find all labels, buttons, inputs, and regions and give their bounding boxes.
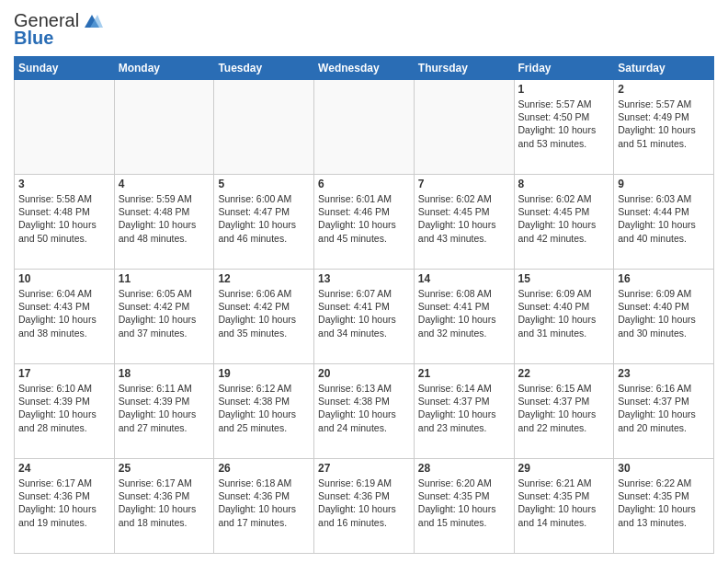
calendar-cell: 24Sunrise: 6:17 AMSunset: 4:36 PMDayligh…: [15, 459, 115, 554]
day-info: Sunrise: 5:58 AMSunset: 4:48 PMDaylight:…: [18, 192, 110, 245]
day-number: 15: [518, 272, 610, 285]
day-number: 13: [318, 272, 410, 285]
day-number: 2: [618, 83, 710, 96]
calendar-cell: 7Sunrise: 6:02 AMSunset: 4:45 PMDaylight…: [414, 175, 514, 270]
day-number: 28: [418, 462, 510, 475]
logo-blue-text: Blue: [14, 28, 53, 49]
calendar-cell: 4Sunrise: 5:59 AMSunset: 4:48 PMDaylight…: [114, 175, 214, 270]
calendar-cell: 12Sunrise: 6:06 AMSunset: 4:42 PMDayligh…: [214, 270, 314, 364]
weekday-header-wednesday: Wednesday: [314, 57, 415, 80]
calendar-cell: 18Sunrise: 6:11 AMSunset: 4:39 PMDayligh…: [114, 364, 214, 459]
calendar-cell: 29Sunrise: 6:21 AMSunset: 4:35 PMDayligh…: [514, 459, 614, 554]
calendar-cell: 17Sunrise: 6:10 AMSunset: 4:39 PMDayligh…: [15, 364, 115, 459]
day-info: Sunrise: 6:17 AMSunset: 4:36 PMDaylight:…: [18, 477, 110, 529]
day-info: Sunrise: 6:04 AMSunset: 4:43 PMDaylight:…: [18, 287, 110, 339]
day-info: Sunrise: 5:57 AMSunset: 4:49 PMDaylight:…: [618, 98, 710, 150]
day-number: 20: [318, 367, 410, 380]
day-info: Sunrise: 6:05 AMSunset: 4:42 PMDaylight:…: [119, 287, 210, 339]
day-info: Sunrise: 6:22 AMSunset: 4:35 PMDaylight:…: [618, 477, 710, 529]
day-number: 24: [18, 462, 110, 475]
day-number: 23: [618, 367, 710, 380]
weekday-header-tuesday: Tuesday: [214, 57, 314, 80]
day-number: 9: [618, 178, 710, 190]
week-row-5: 24Sunrise: 6:17 AMSunset: 4:36 PMDayligh…: [15, 459, 714, 554]
calendar-cell: 10Sunrise: 6:04 AMSunset: 4:43 PMDayligh…: [15, 270, 115, 364]
day-number: 21: [418, 367, 510, 380]
week-row-3: 10Sunrise: 6:04 AMSunset: 4:43 PMDayligh…: [15, 270, 714, 364]
week-row-2: 3Sunrise: 5:58 AMSunset: 4:48 PMDaylight…: [15, 175, 714, 270]
calendar-cell: [314, 80, 415, 175]
calendar-table: SundayMondayTuesdayWednesdayThursdayFrid…: [14, 56, 714, 554]
day-number: 6: [318, 178, 410, 190]
day-info: Sunrise: 6:13 AMSunset: 4:38 PMDaylight:…: [318, 382, 410, 434]
day-info: Sunrise: 6:18 AMSunset: 4:36 PMDaylight:…: [218, 477, 310, 529]
day-number: 11: [119, 272, 210, 285]
day-number: 10: [18, 272, 110, 285]
calendar-cell: 21Sunrise: 6:14 AMSunset: 4:37 PMDayligh…: [414, 364, 514, 459]
calendar-cell: 28Sunrise: 6:20 AMSunset: 4:35 PMDayligh…: [414, 459, 514, 554]
day-number: 17: [18, 367, 110, 380]
calendar-cell: 9Sunrise: 6:03 AMSunset: 4:44 PMDaylight…: [614, 175, 714, 270]
day-info: Sunrise: 6:20 AMSunset: 4:35 PMDaylight:…: [418, 477, 510, 529]
day-number: 25: [119, 462, 210, 475]
calendar-cell: 8Sunrise: 6:02 AMSunset: 4:45 PMDaylight…: [514, 175, 614, 270]
day-info: Sunrise: 6:03 AMSunset: 4:44 PMDaylight:…: [618, 192, 710, 245]
day-info: Sunrise: 6:19 AMSunset: 4:36 PMDaylight:…: [318, 477, 410, 529]
calendar-cell: [114, 80, 214, 175]
day-info: Sunrise: 5:57 AMSunset: 4:50 PMDaylight:…: [518, 98, 610, 150]
day-number: 12: [218, 272, 310, 285]
calendar-cell: 23Sunrise: 6:16 AMSunset: 4:37 PMDayligh…: [614, 364, 714, 459]
header: General Blue: [14, 9, 714, 49]
day-number: 27: [318, 462, 410, 475]
day-info: Sunrise: 6:02 AMSunset: 4:45 PMDaylight:…: [518, 192, 610, 245]
day-number: 16: [618, 272, 710, 285]
weekday-header-monday: Monday: [114, 57, 214, 80]
day-info: Sunrise: 6:14 AMSunset: 4:37 PMDaylight:…: [418, 382, 510, 434]
calendar-cell: 11Sunrise: 6:05 AMSunset: 4:42 PMDayligh…: [114, 270, 214, 364]
week-row-1: 1Sunrise: 5:57 AMSunset: 4:50 PMDaylight…: [15, 80, 714, 175]
day-number: 3: [18, 178, 110, 190]
day-number: 22: [518, 367, 610, 380]
day-info: Sunrise: 6:00 AMSunset: 4:47 PMDaylight:…: [218, 192, 310, 245]
day-info: Sunrise: 6:06 AMSunset: 4:42 PMDaylight:…: [218, 287, 310, 339]
weekday-header-sunday: Sunday: [15, 57, 115, 80]
logo-icon: [81, 9, 103, 31]
calendar-cell: 14Sunrise: 6:08 AMSunset: 4:41 PMDayligh…: [414, 270, 514, 364]
calendar-cell: 5Sunrise: 6:00 AMSunset: 4:47 PMDaylight…: [214, 175, 314, 270]
calendar-cell: [15, 80, 115, 175]
day-number: 1: [518, 83, 610, 96]
calendar-cell: 1Sunrise: 5:57 AMSunset: 4:50 PMDaylight…: [514, 80, 614, 175]
calendar-cell: 26Sunrise: 6:18 AMSunset: 4:36 PMDayligh…: [214, 459, 314, 554]
day-number: 7: [418, 178, 510, 190]
day-number: 8: [518, 178, 610, 190]
day-info: Sunrise: 6:21 AMSunset: 4:35 PMDaylight:…: [518, 477, 610, 529]
calendar-cell: 13Sunrise: 6:07 AMSunset: 4:41 PMDayligh…: [314, 270, 415, 364]
calendar-cell: 20Sunrise: 6:13 AMSunset: 4:38 PMDayligh…: [314, 364, 415, 459]
day-number: 5: [218, 178, 310, 190]
weekday-header-thursday: Thursday: [414, 57, 514, 80]
logo: General Blue: [14, 9, 103, 49]
day-number: 30: [618, 462, 710, 475]
day-info: Sunrise: 6:17 AMSunset: 4:36 PMDaylight:…: [119, 477, 210, 529]
day-info: Sunrise: 6:09 AMSunset: 4:40 PMDaylight:…: [618, 287, 710, 339]
week-row-4: 17Sunrise: 6:10 AMSunset: 4:39 PMDayligh…: [15, 364, 714, 459]
calendar-cell: 2Sunrise: 5:57 AMSunset: 4:49 PMDaylight…: [614, 80, 714, 175]
day-info: Sunrise: 6:12 AMSunset: 4:38 PMDaylight:…: [218, 382, 310, 434]
day-info: Sunrise: 6:09 AMSunset: 4:40 PMDaylight:…: [518, 287, 610, 339]
calendar-cell: 6Sunrise: 6:01 AMSunset: 4:46 PMDaylight…: [314, 175, 415, 270]
calendar-cell: [414, 80, 514, 175]
day-info: Sunrise: 5:59 AMSunset: 4:48 PMDaylight:…: [119, 192, 210, 245]
day-number: 26: [218, 462, 310, 475]
day-number: 18: [119, 367, 210, 380]
calendar-cell: 16Sunrise: 6:09 AMSunset: 4:40 PMDayligh…: [614, 270, 714, 364]
calendar-cell: 3Sunrise: 5:58 AMSunset: 4:48 PMDaylight…: [15, 175, 115, 270]
day-info: Sunrise: 6:10 AMSunset: 4:39 PMDaylight:…: [18, 382, 110, 434]
day-number: 4: [119, 178, 210, 190]
day-info: Sunrise: 6:08 AMSunset: 4:41 PMDaylight:…: [418, 287, 510, 339]
day-info: Sunrise: 6:11 AMSunset: 4:39 PMDaylight:…: [119, 382, 210, 434]
calendar-cell: 30Sunrise: 6:22 AMSunset: 4:35 PMDayligh…: [614, 459, 714, 554]
day-number: 19: [218, 367, 310, 380]
weekday-header-row: SundayMondayTuesdayWednesdayThursdayFrid…: [15, 57, 714, 80]
day-info: Sunrise: 6:07 AMSunset: 4:41 PMDaylight:…: [318, 287, 410, 339]
calendar-cell: 15Sunrise: 6:09 AMSunset: 4:40 PMDayligh…: [514, 270, 614, 364]
